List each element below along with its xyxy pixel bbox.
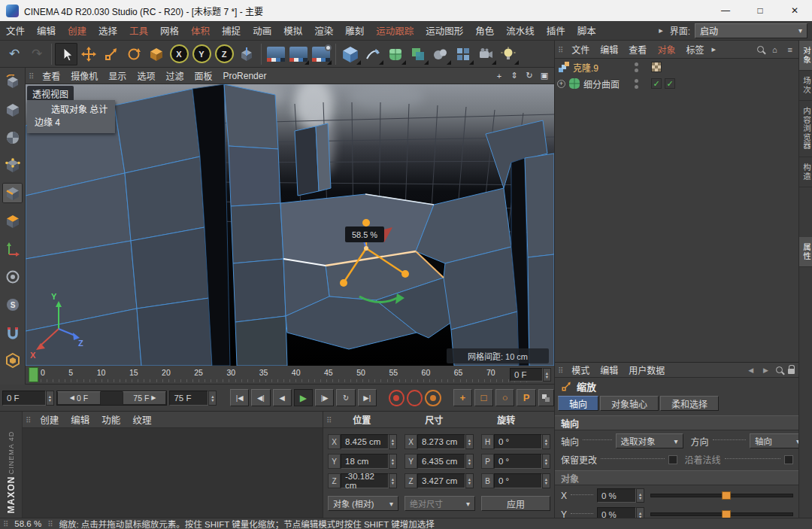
nav-back-icon[interactable]: ◀ <box>746 366 756 374</box>
snap-button[interactable] <box>2 322 23 342</box>
move-tool-button[interactable] <box>77 43 100 65</box>
play-mode-button[interactable]: ↻ <box>336 389 355 406</box>
edges-mode-button[interactable] <box>2 183 23 203</box>
timeline-frame-value[interactable]: 0 F <box>510 368 543 382</box>
tab-content-browser[interactable]: 内容浏览器 <box>799 101 812 157</box>
model-mode-button[interactable] <box>2 99 23 120</box>
scale-tool-button[interactable] <box>100 43 123 65</box>
record-rotation-toggle[interactable]: ○ <box>495 389 514 406</box>
rotate-tool-button[interactable] <box>123 43 145 65</box>
menu-create[interactable]: 创建 <box>62 21 92 40</box>
y-strength-input[interactable]: 0 % <box>597 507 636 518</box>
x-strength-stepper[interactable] <box>636 488 644 503</box>
rot-p-input[interactable]: 0 ° <box>494 454 542 469</box>
x-strength-input[interactable]: 0 % <box>597 488 636 503</box>
autokey-button[interactable] <box>407 390 423 406</box>
object-row-subdivision[interactable]: + 细分曲面 ✓ ✓ <box>555 75 799 92</box>
section-object[interactable]: 对象 <box>555 470 799 485</box>
menu-mograph[interactable]: 运动图形 <box>420 21 469 40</box>
range-start-handle[interactable]: ◀ 0 F <box>57 391 101 405</box>
add-subdivision-surface-button[interactable] <box>384 43 407 65</box>
current-frame-field[interactable]: 0 F <box>2 391 54 406</box>
attr-menu-edit[interactable]: 编辑 <box>595 363 623 377</box>
material-menu-function[interactable]: 功能 <box>95 412 126 427</box>
home-icon[interactable]: ⌂ <box>770 45 780 54</box>
menu-mesh[interactable]: 网格 <box>154 21 185 40</box>
axis-mode-button[interactable] <box>2 239 23 259</box>
range-end-handle[interactable]: 75 F ▶ <box>123 391 166 405</box>
timeline-frame-field[interactable]: 0 F <box>510 368 551 382</box>
axis-mode-dropdown[interactable]: 选取对象 <box>616 433 683 448</box>
maximize-button[interactable]: □ <box>743 0 777 21</box>
search-icon[interactable] <box>757 46 764 53</box>
along-normals-checkbox[interactable] <box>784 455 793 464</box>
menu-select[interactable]: 选择 <box>92 21 123 40</box>
om-menu-objects[interactable]: 对象 <box>652 41 680 58</box>
add-boole-button[interactable] <box>407 43 429 65</box>
rot-p-stepper[interactable] <box>542 454 550 469</box>
simulate-button[interactable]: S <box>2 294 23 315</box>
viewport-menu-camera[interactable]: 摄像机 <box>65 68 103 84</box>
redo-button[interactable]: ↷ <box>26 43 48 65</box>
enabled-check-tag[interactable]: ✓ <box>665 78 675 89</box>
add-array-button[interactable] <box>452 43 474 65</box>
record-pla-button[interactable] <box>538 389 554 406</box>
timeline-playhead[interactable] <box>29 367 38 382</box>
panel-grip-icon[interactable] <box>555 365 566 375</box>
points-mode-button[interactable] <box>2 155 23 175</box>
om-menu-edit[interactable]: 编辑 <box>595 41 623 58</box>
pos-y-input[interactable]: 18 cm <box>341 454 389 469</box>
rot-h-stepper[interactable] <box>542 434 550 449</box>
keep-changes-checkbox[interactable] <box>668 455 677 464</box>
viewport-menu-filter[interactable]: 过滤 <box>160 68 189 84</box>
pos-x-stepper[interactable] <box>389 434 397 449</box>
panel-grip-icon[interactable] <box>555 44 566 55</box>
om-overflow-icon[interactable]: ▸ <box>709 44 718 54</box>
section-axis[interactable]: 轴向 <box>555 415 799 430</box>
pos-z-input[interactable]: -30.182 cm <box>341 473 389 488</box>
x-strength-slider[interactable] <box>650 494 793 497</box>
viewport-menu-display[interactable]: 显示 <box>103 68 132 84</box>
undo-button[interactable]: ↶ <box>3 43 26 65</box>
frame-stepper[interactable] <box>543 368 551 382</box>
panel-grip-icon[interactable] <box>26 71 37 81</box>
phong-tag-icon[interactable] <box>651 62 662 72</box>
nav-forward-icon[interactable]: ▶ <box>761 366 771 374</box>
tab-takes[interactable]: 场次 <box>799 71 812 101</box>
z-axis-lock-button[interactable]: Z <box>213 43 235 65</box>
rotate-view-icon[interactable]: ↻ <box>523 70 536 82</box>
apply-button[interactable]: 应用 <box>481 496 550 511</box>
material-menu-edit[interactable]: 编辑 <box>65 412 95 427</box>
menu-plugins[interactable]: 插件 <box>541 21 571 40</box>
tab-axis[interactable]: 轴向 <box>558 396 598 411</box>
size-x-stepper[interactable] <box>465 434 474 449</box>
material-menu-texture[interactable]: 纹理 <box>126 412 157 427</box>
end-frame-stepper[interactable] <box>208 391 217 406</box>
slider-handle[interactable] <box>722 491 731 500</box>
texture-mode-button[interactable] <box>2 127 23 147</box>
om-menu-tags[interactable]: 标签 <box>680 41 709 58</box>
close-button[interactable]: ✕ <box>777 0 812 21</box>
direction-dropdown[interactable]: 轴向 <box>750 433 799 448</box>
viewport-menu-options[interactable]: 选项 <box>132 68 160 84</box>
add-primitive-button[interactable] <box>339 43 362 65</box>
material-menu-create[interactable]: 创建 <box>34 412 65 427</box>
y-axis-lock-button[interactable]: Y <box>190 43 213 65</box>
om-menu-view[interactable]: 查看 <box>623 41 652 58</box>
size-x-input[interactable]: 8.273 cm <box>417 434 465 449</box>
abs-size-dropdown[interactable]: 绝对尺寸 <box>404 496 475 511</box>
y-strength-stepper[interactable] <box>636 507 644 518</box>
record-keyframe-button[interactable] <box>389 390 404 406</box>
panel-menu-icon[interactable]: ≡ <box>786 45 795 54</box>
render-settings-button[interactable] <box>310 43 332 65</box>
rot-b-input[interactable]: 0 ° <box>494 473 542 488</box>
current-frame-value[interactable]: 0 F <box>2 391 46 406</box>
size-y-stepper[interactable] <box>465 454 474 469</box>
add-spline-button[interactable] <box>362 43 384 65</box>
x-axis-lock-button[interactable]: X <box>168 43 190 65</box>
render-view-button[interactable] <box>265 43 287 65</box>
make-editable-button[interactable] <box>2 71 23 92</box>
timeline-ruler[interactable]: 0 5 10 15 20 25 30 35 40 45 50 55 60 65 … <box>26 366 554 385</box>
menu-snap[interactable]: 捕捉 <box>216 21 247 40</box>
object-name[interactable]: 克隆.9 <box>573 61 598 74</box>
